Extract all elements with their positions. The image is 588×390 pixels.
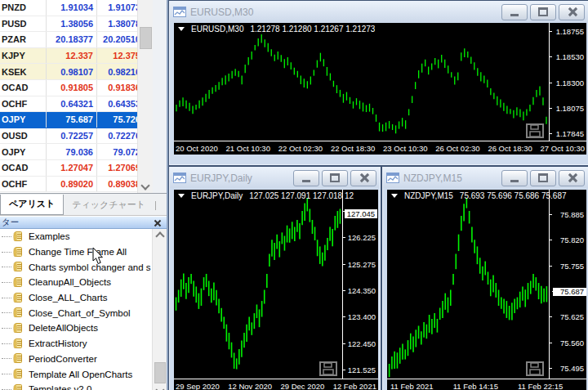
time-axis[interactable]: 11 Feb 202111 Feb 14:1511 Feb 22:15 xyxy=(387,379,586,390)
symbol-cell: OUSD xyxy=(0,128,47,144)
navigator-item[interactable]: Close_ALL_Charts xyxy=(0,290,151,306)
script-icon xyxy=(12,231,24,243)
symbol-dropdown-icon[interactable] xyxy=(178,194,185,198)
market-watch-row[interactable]: OCAD0.918050.91836 xyxy=(0,79,143,96)
navigator-item[interactable]: Close_Chart_of_Symbol xyxy=(0,305,151,321)
mdi-area: EURUSD,M30 EURUSD,M30 1.21278 1.21280 1.… xyxy=(167,0,588,390)
ask-cell: 1.91073 xyxy=(97,0,144,16)
price-bars[interactable] xyxy=(388,198,548,378)
restore-icon xyxy=(538,173,548,182)
window-title: NZDJPY,M15 xyxy=(403,173,499,184)
market-watch-row[interactable]: OJPY75.68775.726 xyxy=(0,112,143,128)
bid-cell: 1.27047 xyxy=(47,159,97,176)
minimize-icon xyxy=(510,180,519,182)
price-scale-label: 75.625 xyxy=(550,313,586,321)
price-bars[interactable] xyxy=(175,198,341,378)
chart-window-eurusd[interactable]: EURUSD,M30 EURUSD,M30 1.21278 1.21280 1.… xyxy=(168,0,588,166)
price-scale-label: 1.18300 xyxy=(550,79,586,87)
price-scale[interactable]: 1.187551.185301.183001.180751.17845 xyxy=(549,23,586,141)
bid-cell: 0.64321 xyxy=(47,96,97,112)
window-titlebar[interactable]: EURJPY,Daily xyxy=(170,168,380,188)
bid-cell: 0.89020 xyxy=(47,176,97,192)
symbol-cell: PZAR xyxy=(0,32,47,48)
ask-cell: 75.726 xyxy=(97,112,144,128)
chart-window-eurjpy[interactable]: EURJPY,Daily EURJPY,Daily 127.025 127.09… xyxy=(168,166,381,390)
time-axis-label: 29 Dec 2020 xyxy=(280,382,324,390)
tab-pair-list[interactable]: ペアリスト xyxy=(0,195,64,215)
minimize-button[interactable] xyxy=(501,170,528,186)
symbol-dropdown-icon[interactable] xyxy=(178,27,185,31)
metatrader-app: PNZD1.910341.91073PUSD1.380561.38078PZAR… xyxy=(0,0,588,390)
navigator-scrollbar[interactable] xyxy=(152,229,167,390)
navigator-item[interactable]: Template All OpenCharts xyxy=(0,366,151,382)
close-button[interactable] xyxy=(350,170,376,186)
navigator-item[interactable]: Templates v2.0 xyxy=(0,382,151,390)
market-watch-scrollbar[interactable] xyxy=(137,0,153,193)
market-watch-row[interactable]: OCHF0.643210.64353 xyxy=(0,96,143,112)
price-scale-label: 75.495 xyxy=(550,365,586,373)
navigator-item-label: Close_Chart_of_Symbol xyxy=(29,308,131,318)
chart-window-nzdjpy[interactable]: NZDJPY,M15 NZDJPY,M15 75.693 75.696 75.6… xyxy=(381,166,588,390)
market-watch-row[interactable]: OCHF0.890200.89038 xyxy=(0,176,143,192)
market-watch-row[interactable]: OUSD0.722570.72276 xyxy=(0,128,143,144)
navigator-item-label: Close_ALL_Charts xyxy=(29,293,108,303)
navigator-item[interactable]: PeriodConverter xyxy=(0,352,151,367)
navigator-item[interactable]: CleanupAll_Objects xyxy=(0,275,151,290)
scroll-down-button[interactable] xyxy=(153,385,167,390)
symbol-dropdown-icon[interactable] xyxy=(391,194,398,198)
restore-button[interactable] xyxy=(322,170,348,186)
navigator-item[interactable]: ExtractHistory xyxy=(0,336,151,352)
time-axis-label: 26 Oct 02:30 xyxy=(435,144,479,153)
market-watch-row[interactable]: KSEK0.981070.98216 xyxy=(0,64,143,80)
chart-client[interactable]: EURJPY,Daily 127.025 127.091 127.018 12 … xyxy=(174,190,378,390)
close-button[interactable] xyxy=(559,170,585,186)
minimize-button[interactable] xyxy=(293,170,319,186)
price-bars[interactable] xyxy=(175,31,548,140)
bid-cell: 0.91805 xyxy=(47,79,97,96)
chart-ohlc-header[interactable]: NZDJPY,M15 75.693 75.696 75.686 75.687 xyxy=(391,191,567,200)
tree-branch-line xyxy=(2,343,11,344)
chevron-down-icon xyxy=(155,385,164,390)
navigator-item[interactable]: DeleteAllObjects xyxy=(0,321,151,336)
tab-tick-chart[interactable]: ティックチャート xyxy=(64,195,154,215)
window-titlebar[interactable]: NZDJPY,M15 xyxy=(383,168,588,188)
chart-client[interactable]: NZDJPY,M15 75.693 75.696 75.686 75.687 7… xyxy=(387,190,586,390)
navigator-item[interactable]: Charts symbol changer and s xyxy=(0,259,151,275)
scrollbar-thumb[interactable] xyxy=(140,27,152,49)
chart-client[interactable]: EURUSD,M30 1.21278 1.21280 1.21267 1.212… xyxy=(174,23,586,155)
navigator-item[interactable]: Examples xyxy=(0,229,151,244)
time-axis[interactable]: 29 Sep 202012 Nov 202029 Dec 202012 Feb … xyxy=(174,379,378,390)
time-axis[interactable]: 20 Oct 202021 Oct 10:3022 Oct 02:3022 Oc… xyxy=(174,141,586,155)
restore-button[interactable] xyxy=(530,170,556,186)
script-icon xyxy=(12,246,24,258)
tab-separator xyxy=(155,201,156,210)
time-axis-label: 11 Feb 22:15 xyxy=(518,382,563,390)
market-watch-row[interactable]: OJPY79.03679.072 xyxy=(0,144,143,160)
save-template-icon xyxy=(526,361,544,376)
tree-branch-line xyxy=(2,236,11,237)
market-watch-row[interactable]: PNZD1.910341.91073 xyxy=(0,0,143,16)
price-scale[interactable]: 75.88575.82075.75575.68775.62575.56075.4… xyxy=(549,190,586,379)
time-axis-label: 21 Oct 10:30 xyxy=(226,144,270,153)
bid-cell: 12.337 xyxy=(47,47,97,64)
close-icon[interactable] xyxy=(154,219,161,226)
market-watch-row[interactable]: KJPY12.33712.375 xyxy=(0,47,143,64)
market-watch-row[interactable]: OCAD1.270471.27069 xyxy=(0,159,143,176)
restore-button[interactable] xyxy=(530,4,556,20)
mouse-cursor xyxy=(92,248,104,265)
scroll-down-button[interactable] xyxy=(138,181,152,193)
chart-window-icon xyxy=(386,173,399,183)
symbol-cell: OCHF xyxy=(0,176,47,192)
minimize-button[interactable] xyxy=(501,4,528,20)
scroll-up-button[interactable] xyxy=(153,229,167,241)
chart-ohlc-header[interactable]: EURUSD,M30 1.21278 1.21280 1.21267 1.212… xyxy=(178,25,375,34)
time-axis-label: 22 Oct 02:30 xyxy=(278,144,323,153)
scrollbar-thumb[interactable] xyxy=(154,362,166,383)
chart-ohlc-header[interactable]: EURJPY,Daily 127.025 127.091 127.018 12 xyxy=(178,191,354,200)
ask-cell: 79.072 xyxy=(97,144,144,160)
market-watch-row[interactable]: PZAR20.1837720.20510 xyxy=(0,32,143,48)
close-button[interactable] xyxy=(559,4,585,20)
window-titlebar[interactable]: EURUSD,M30 xyxy=(170,2,588,22)
navigator-item[interactable]: Change Time Frame All xyxy=(0,244,151,260)
market-watch-row[interactable]: PUSD1.380561.38078 xyxy=(0,16,143,32)
